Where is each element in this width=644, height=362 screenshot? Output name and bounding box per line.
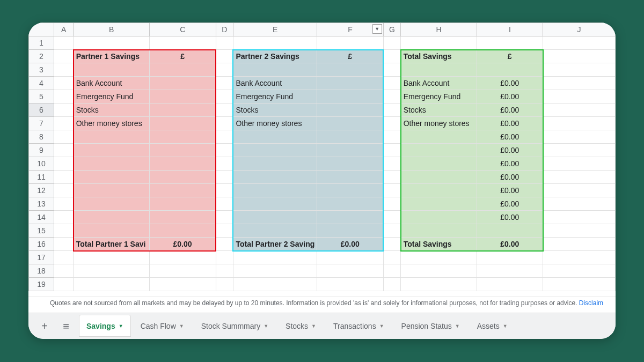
cell[interactable] — [150, 171, 216, 184]
cell[interactable] — [233, 264, 317, 278]
row[interactable]: 12£0.00 — [29, 184, 616, 197]
cell[interactable] — [383, 184, 400, 197]
row-header[interactable]: 5 — [29, 90, 54, 104]
row-header[interactable]: 8 — [29, 130, 54, 144]
row-header[interactable]: 12 — [29, 184, 54, 197]
cell[interactable] — [233, 130, 317, 144]
sheet-tab[interactable]: Assets▼ — [470, 315, 515, 337]
col-B[interactable]: B — [74, 23, 150, 36]
row[interactable]: 5Emergency FundEmergency FundEmergency F… — [29, 90, 616, 104]
cell[interactable] — [543, 130, 616, 144]
row[interactable]: 19 — [29, 278, 616, 291]
cell[interactable] — [150, 90, 216, 104]
cell[interactable] — [317, 77, 383, 90]
cell[interactable] — [543, 278, 616, 291]
cell[interactable] — [74, 184, 150, 197]
cell[interactable] — [74, 278, 150, 291]
row-header[interactable]: 14 — [29, 211, 54, 224]
cell[interactable] — [317, 130, 383, 144]
cell[interactable] — [233, 184, 317, 197]
cell[interactable] — [216, 77, 233, 90]
cell[interactable] — [383, 144, 400, 157]
row-header[interactable]: 18 — [29, 264, 54, 278]
cell[interactable] — [233, 197, 317, 211]
row[interactable]: 6StocksStocksStocks£0.00 — [29, 104, 616, 117]
cell[interactable] — [54, 63, 74, 77]
cell[interactable] — [543, 184, 616, 197]
cell[interactable] — [150, 278, 216, 291]
col-A[interactable]: A — [54, 23, 74, 36]
cell[interactable] — [150, 104, 216, 117]
cell[interactable] — [477, 264, 543, 278]
cell[interactable] — [216, 63, 233, 77]
cell[interactable]: £0.00 — [477, 130, 543, 144]
col-H[interactable]: H — [401, 23, 477, 36]
cell[interactable] — [401, 224, 477, 238]
cell[interactable]: Total Savings — [401, 50, 477, 63]
cell[interactable]: Partner 2 Savings — [233, 50, 317, 63]
cell[interactable] — [543, 251, 616, 264]
cell[interactable] — [383, 104, 400, 117]
cell[interactable] — [74, 264, 150, 278]
row[interactable]: 8£0.00 — [29, 130, 616, 144]
row[interactable]: 4Bank AccountBank AccountBank Account£0.… — [29, 77, 616, 90]
cell[interactable]: £ — [150, 50, 216, 63]
cell[interactable] — [216, 104, 233, 117]
cell[interactable] — [383, 278, 400, 291]
cell[interactable] — [150, 251, 216, 264]
cell[interactable]: Other money stores — [74, 117, 150, 130]
cell[interactable] — [543, 264, 616, 278]
cell[interactable] — [477, 36, 543, 50]
chevron-down-icon[interactable]: ▼ — [264, 323, 268, 329]
cell[interactable] — [317, 36, 383, 50]
cell[interactable] — [54, 184, 74, 197]
cell[interactable] — [401, 144, 477, 157]
cell[interactable]: Other money stores — [401, 117, 477, 130]
cell[interactable] — [54, 104, 74, 117]
col-J[interactable]: J — [543, 23, 616, 36]
cell[interactable] — [74, 251, 150, 264]
cell[interactable] — [543, 157, 616, 171]
row[interactable]: 17 — [29, 251, 616, 264]
row[interactable]: 13£0.00 — [29, 197, 616, 211]
cell[interactable] — [54, 50, 74, 63]
cell[interactable] — [401, 36, 477, 50]
cell[interactable] — [543, 211, 616, 224]
cell[interactable]: £0.00 — [477, 144, 543, 157]
chevron-down-icon[interactable]: ▼ — [119, 323, 123, 329]
cell[interactable] — [54, 264, 74, 278]
cell[interactable] — [543, 238, 616, 251]
cell[interactable] — [383, 130, 400, 144]
cell[interactable] — [216, 36, 233, 50]
cell[interactable] — [401, 251, 477, 264]
row-header[interactable]: 13 — [29, 197, 54, 211]
cell[interactable] — [477, 224, 543, 238]
cell[interactable] — [477, 278, 543, 291]
cell[interactable] — [401, 63, 477, 77]
cell[interactable] — [401, 278, 477, 291]
cell[interactable] — [233, 63, 317, 77]
cell[interactable] — [216, 50, 233, 63]
col-D[interactable]: D — [216, 23, 233, 36]
row-header[interactable]: 1 — [29, 36, 54, 50]
chevron-down-icon[interactable]: ▼ — [455, 323, 460, 329]
cell[interactable] — [150, 211, 216, 224]
grid-area[interactable]: A B C D E F ▼ G H I J 12Partner 1 Saving… — [28, 23, 616, 291]
cell[interactable]: Stocks — [74, 104, 150, 117]
cell[interactable] — [543, 90, 616, 104]
cell[interactable] — [383, 264, 400, 278]
cell[interactable] — [401, 171, 477, 184]
cell[interactable] — [383, 211, 400, 224]
chevron-down-icon[interactable]: ▼ — [179, 323, 184, 329]
cell[interactable] — [216, 211, 233, 224]
col-I[interactable]: I — [477, 23, 543, 36]
cell[interactable] — [383, 251, 400, 264]
row-header[interactable]: 11 — [29, 171, 54, 184]
cell[interactable] — [543, 171, 616, 184]
cell[interactable] — [150, 130, 216, 144]
cell[interactable]: £0.00 — [477, 171, 543, 184]
cell[interactable] — [543, 104, 616, 117]
cell[interactable] — [317, 197, 383, 211]
cell[interactable]: Total Partner 2 Saving — [233, 238, 317, 251]
cell[interactable] — [150, 224, 216, 238]
